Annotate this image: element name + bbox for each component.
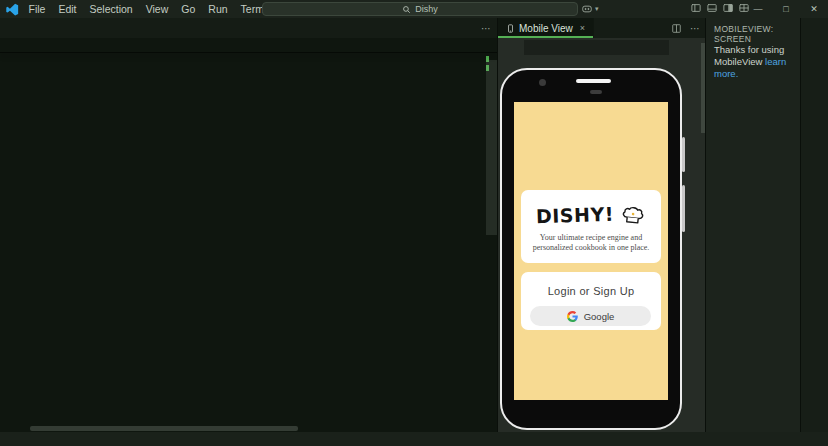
more-actions-icon[interactable]: ⋯	[481, 23, 491, 34]
login-title: Login or Sign Up	[521, 285, 661, 297]
phone-camera	[539, 79, 546, 86]
status-bar	[0, 432, 828, 446]
layout-left-icon[interactable]	[690, 2, 702, 14]
sidebar-title: MOBILEVIEW: SCREEN	[714, 24, 801, 44]
horizontal-scrollbar[interactable]	[30, 426, 298, 431]
editor-group-preview: Mobile View × ⋯ DISHY!	[497, 18, 706, 432]
close-button[interactable]: ✕	[800, 0, 828, 18]
mobile-view-webview: DISHY! Your ultimate recipe engine and	[498, 38, 706, 432]
tab-label: Mobile View	[519, 23, 573, 34]
activity-bar	[800, 18, 828, 432]
google-button-label: Google	[584, 311, 615, 322]
preview-tab-bar: Mobile View × ⋯	[498, 18, 706, 38]
menu-run[interactable]: Run	[202, 3, 234, 15]
branding-card: DISHY! Your ultimate recipe engine and	[521, 190, 661, 263]
google-logo-icon	[567, 311, 578, 322]
search-value: Dishy	[415, 4, 438, 14]
phone-screen: DISHY! Your ultimate recipe engine and	[514, 102, 668, 400]
menu-edit[interactable]: Edit	[52, 3, 83, 15]
code-editor[interactable]	[0, 52, 497, 432]
menu-selection[interactable]: Selection	[83, 3, 139, 15]
chevron-down-icon: ▾	[595, 5, 599, 13]
more-actions-icon[interactable]: ⋯	[690, 23, 700, 34]
overview-ruler[interactable]	[486, 52, 497, 432]
tab-mobile-view[interactable]: Mobile View ×	[498, 18, 594, 38]
tab-close-icon[interactable]: ×	[580, 23, 585, 33]
app-tagline: Your ultimate recipe engine and personal…	[521, 233, 661, 253]
copilot-icon[interactable]: ▾	[581, 2, 599, 15]
phone-power-button	[682, 185, 685, 232]
google-login-button[interactable]: Google	[530, 306, 651, 326]
preview-toolbar	[524, 40, 669, 55]
menu-view[interactable]: View	[139, 3, 175, 15]
split-editor-icon[interactable]	[671, 23, 682, 34]
layout-controls	[690, 2, 750, 14]
phone-sensor	[590, 90, 602, 94]
window-controls: — □ ✕	[744, 0, 828, 18]
phone-speaker	[576, 79, 611, 83]
search-icon	[402, 5, 411, 14]
layout-bottom-icon[interactable]	[706, 2, 718, 14]
menu-go[interactable]: Go	[175, 3, 202, 15]
title-bar: FileEditSelectionViewGoRunTerminalHelp ←…	[0, 0, 828, 18]
vscode-window: FileEditSelectionViewGoRunTerminalHelp ←…	[0, 0, 828, 446]
sidebar-thanks-text: Thanks for using MobileView learn more.	[714, 44, 801, 80]
sticky-scroll	[0, 52, 497, 53]
menu-file[interactable]: File	[22, 3, 52, 15]
layout-right-icon[interactable]	[722, 2, 734, 14]
phone-volume-button	[682, 137, 685, 172]
breadcrumb[interactable]	[0, 38, 497, 52]
tab-bar: ⋯	[0, 18, 497, 38]
maximize-button[interactable]: □	[772, 0, 800, 18]
app-logo-text: DISHY!	[535, 203, 614, 228]
mobileview-sidebar: MOBILEVIEW: SCREEN Thanks for using Mobi…	[705, 18, 801, 432]
command-center-search[interactable]: Dishy	[262, 2, 578, 16]
editor-group-code: ⋯	[0, 18, 497, 432]
minimize-button[interactable]: —	[744, 0, 772, 18]
mobile-view-tab-icon	[506, 23, 515, 34]
login-card: Login or Sign Up Google	[521, 272, 661, 330]
vscode-logo-icon	[5, 3, 19, 16]
phone-mockup: DISHY! Your ultimate recipe engine and	[500, 68, 682, 430]
vertical-scrollbar[interactable]	[486, 60, 497, 235]
chef-hat-icon	[619, 202, 647, 229]
